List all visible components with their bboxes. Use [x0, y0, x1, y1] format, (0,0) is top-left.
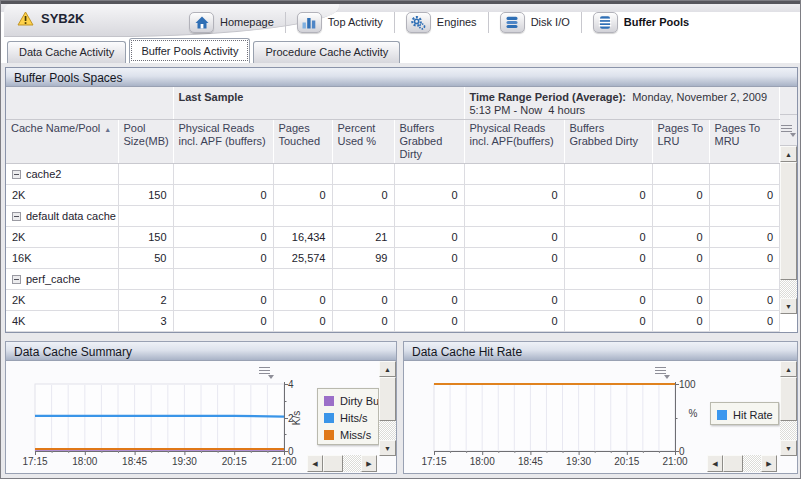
- column-header-1[interactable]: Cache Name/Pool▲: [6, 120, 118, 164]
- scroll-track[interactable]: [743, 455, 761, 472]
- chart-legend: Dirty BuffersHits/sMiss/s: [317, 388, 379, 445]
- scroll-track[interactable]: [780, 280, 797, 298]
- column-header-4[interactable]: Pages Touched: [273, 120, 332, 164]
- buffer-pools-spaces-panel: Buffer Pools Spaces Last Sample Time Ran…: [5, 67, 798, 333]
- scroll-left-button[interactable]: ◀: [307, 455, 323, 472]
- data-row-2K[interactable]: 2K15000000000: [6, 185, 780, 206]
- tab-procedure-cache-activity[interactable]: Procedure Cache Activity: [253, 41, 400, 63]
- x-tick-label: 19:30: [566, 456, 591, 467]
- value-cell: 0: [652, 185, 709, 206]
- value-cell: 2: [118, 290, 173, 311]
- scroll-right-button[interactable]: ▶: [361, 455, 377, 472]
- scroll-right-button[interactable]: ▶: [761, 455, 777, 472]
- column-header-9[interactable]: Pages To LRU: [652, 120, 709, 164]
- empty-cell: [394, 269, 464, 290]
- legend-swatch: [324, 396, 334, 406]
- column-header-5[interactable]: Percent Used %: [332, 120, 394, 164]
- value-cell: 0: [394, 185, 464, 206]
- column-header-6[interactable]: Buffers Grabbed Dirty: [394, 120, 464, 164]
- empty-cell: [273, 164, 332, 185]
- chart-horizontal-scrollbar[interactable]: ◀ ▶: [307, 455, 377, 472]
- column-header-7[interactable]: Physical Reads incl. APF(buffers): [464, 120, 564, 164]
- sort-ascending-icon: ▲: [104, 126, 111, 133]
- scroll-left-button[interactable]: ◀: [707, 455, 723, 472]
- empty-cell: [564, 206, 652, 227]
- value-cell: 150: [118, 227, 173, 248]
- chart-vertical-scrollbar[interactable]: ▲ ▼: [379, 361, 396, 456]
- column-header-10[interactable]: Pages To MRU: [709, 120, 780, 164]
- nav-separator: [581, 12, 582, 33]
- scroll-thumb[interactable]: [323, 455, 343, 472]
- collapse-icon[interactable]: [12, 275, 21, 284]
- chart-menu-icon[interactable]: [259, 366, 274, 379]
- data-row-16K[interactable]: 16K50025,5749900000: [6, 248, 780, 269]
- scroll-up-button[interactable]: ▲: [379, 361, 396, 377]
- legend-swatch: [717, 410, 727, 420]
- value-cell: 0: [464, 290, 564, 311]
- scroll-track[interactable]: [379, 421, 396, 440]
- nav-homepage[interactable]: Homepage: [189, 12, 274, 33]
- value-cell: 0: [173, 248, 273, 269]
- data-cache-summary-chart: 02417:1518:0018:4519:3020:1521:00K/s Dir…: [6, 361, 396, 473]
- scroll-thumb[interactable]: [780, 377, 797, 421]
- nav-label: Top Activity: [328, 16, 383, 28]
- nav-buffer-pools[interactable]: Buffer Pools: [593, 12, 689, 33]
- scroll-down-button[interactable]: ▼: [780, 298, 797, 314]
- scroll-down-button[interactable]: ▼: [780, 440, 797, 456]
- scroll-up-button[interactable]: ▲: [780, 361, 797, 377]
- gears-icon: [406, 12, 431, 33]
- scroll-track[interactable]: [343, 455, 361, 472]
- data-row-2K[interactable]: 2K150016,4342100000: [6, 227, 780, 248]
- scroll-up-button[interactable]: ▲: [780, 146, 797, 162]
- data-row-2K[interactable]: 2K200000000: [6, 290, 780, 311]
- value-cell: 0: [564, 227, 652, 248]
- column-header-3[interactable]: Physical Reads incl. APF (buffers): [173, 120, 273, 164]
- tab-data-cache-activity[interactable]: Data Cache Activity: [7, 41, 126, 63]
- tab-buffer-pools-activity[interactable]: Buffer Pools Activity: [129, 38, 250, 63]
- nav-engines[interactable]: Engines: [406, 12, 477, 33]
- empty-cell: [394, 164, 464, 185]
- legend-label: Hit Rate: [733, 409, 773, 421]
- buffer-pools-table: Last Sample Time Range Period (Average):…: [6, 87, 780, 332]
- nav-separator: [285, 12, 286, 33]
- scroll-down-button[interactable]: ▼: [379, 440, 396, 456]
- chart-menu-icon[interactable]: [655, 366, 670, 379]
- buffer-pools-icon: [593, 12, 618, 33]
- column-header-2[interactable]: Pool Size(MB): [118, 120, 173, 164]
- group-row-perf_cache[interactable]: perf_cache: [6, 269, 780, 290]
- column-options-icon[interactable]: [781, 124, 796, 137]
- group-row-cache2[interactable]: cache2: [6, 164, 780, 185]
- value-cell: 0: [273, 185, 332, 206]
- value-cell: 0: [394, 290, 464, 311]
- data-row-4K[interactable]: 4K300000000: [6, 311, 780, 332]
- y-tick-label: 4: [288, 379, 294, 390]
- legend-item: Miss/s: [324, 426, 372, 443]
- column-header-8[interactable]: Buffers Grabbed Dirty: [564, 120, 652, 164]
- nav-disk-io[interactable]: Disk I/O: [500, 12, 570, 33]
- data-cache-hit-rate-panel: Data Cache Hit Rate 010017:1518:0018:451…: [403, 341, 798, 474]
- x-tick-label: 18:00: [72, 456, 97, 467]
- empty-cell: [564, 269, 652, 290]
- empty-cell: [564, 164, 652, 185]
- pool-name-cell: 2K: [6, 185, 118, 206]
- scroll-thumb[interactable]: [780, 162, 797, 280]
- table-vertical-scrollbar[interactable]: ▲ ▼: [780, 146, 797, 314]
- chart-vertical-scrollbar[interactable]: ▲ ▼: [780, 361, 797, 456]
- chart-legend: Hit Rate: [710, 402, 779, 425]
- x-tick-label: 20:15: [614, 456, 639, 467]
- scroll-thumb[interactable]: [723, 455, 743, 472]
- value-cell: 0: [709, 311, 780, 332]
- nav-label: Engines: [437, 16, 477, 28]
- disk-stack-icon: [500, 12, 525, 33]
- header: SYB2K HomepageTop ActivityEnginesDisk I/…: [1, 4, 800, 63]
- nav-top-activity[interactable]: Top Activity: [297, 12, 383, 33]
- collapse-icon[interactable]: [12, 170, 21, 179]
- collapse-icon[interactable]: [12, 212, 21, 221]
- chart-horizontal-scrollbar[interactable]: ◀ ▶: [707, 455, 777, 472]
- pool-name-cell: 2K: [6, 290, 118, 311]
- scroll-track[interactable]: [780, 421, 797, 440]
- group-row-default-data-cache[interactable]: default data cache: [6, 206, 780, 227]
- span-header-empty: [6, 87, 173, 120]
- scroll-thumb[interactable]: [379, 377, 396, 421]
- nav-label: Disk I/O: [531, 16, 570, 28]
